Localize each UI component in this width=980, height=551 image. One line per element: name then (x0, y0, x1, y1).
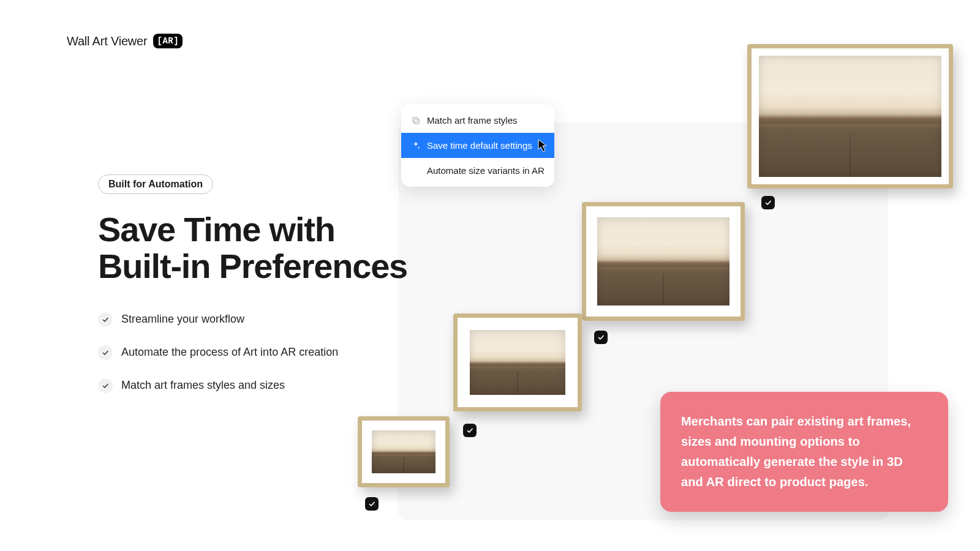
check-icon (98, 345, 113, 360)
bullet-text: Streamline your workflow (121, 313, 244, 326)
feature-bullet: Match art frames styles and sizes (98, 378, 429, 393)
cursor-icon (537, 138, 549, 156)
info-callout: Merchants can pair existing art frames, … (660, 392, 948, 512)
art-frame-small (453, 313, 582, 411)
art-frame-medium (582, 202, 745, 321)
feature-bullet: Automate the process of Art into AR crea… (98, 345, 429, 360)
settings-menu: Match art frame styles Save time default… (401, 104, 554, 187)
copy-block: Built for Automation Save Time with Buil… (98, 174, 429, 393)
ar-badge-icon: [AR] (153, 34, 183, 48)
frame-check-badge[interactable] (594, 331, 608, 344)
frame-check-badge[interactable] (365, 497, 379, 511)
headline-line: Built-in Preferences (98, 247, 407, 285)
art-frame-large (747, 44, 953, 189)
check-icon (98, 312, 113, 327)
headline: Save Time with Built-in Preferences (98, 211, 429, 285)
menu-item-automate-variants[interactable]: Automate size variants in AR (401, 158, 554, 183)
headline-line: Save Time with (98, 210, 335, 249)
menu-item-label: Save time default settings (427, 140, 532, 151)
menu-item-match-frames[interactable]: Match art frame styles (401, 108, 554, 133)
svg-rect-0 (413, 117, 418, 122)
svg-rect-1 (414, 119, 419, 124)
menu-item-default-settings[interactable]: Save time default settings (401, 133, 554, 158)
check-icon (98, 378, 113, 393)
blank-icon (411, 166, 421, 176)
menu-item-label: Automate size variants in AR (427, 165, 545, 176)
feature-bullet: Streamline your workflow (98, 312, 429, 327)
sparkle-icon (411, 141, 421, 151)
frame-check-badge[interactable] (761, 196, 775, 209)
automation-chip: Built for Automation (98, 174, 213, 194)
bullet-text: Automate the process of Art into AR crea… (121, 346, 338, 359)
brand: Wall Art Viewer [AR] (67, 34, 183, 48)
bullet-text: Match art frames styles and sizes (121, 379, 285, 392)
menu-item-label: Match art frame styles (427, 115, 518, 126)
select-icon (411, 116, 421, 126)
art-frame-tiny (358, 416, 450, 487)
frame-check-badge[interactable] (463, 424, 477, 437)
brand-name: Wall Art Viewer (67, 34, 147, 48)
